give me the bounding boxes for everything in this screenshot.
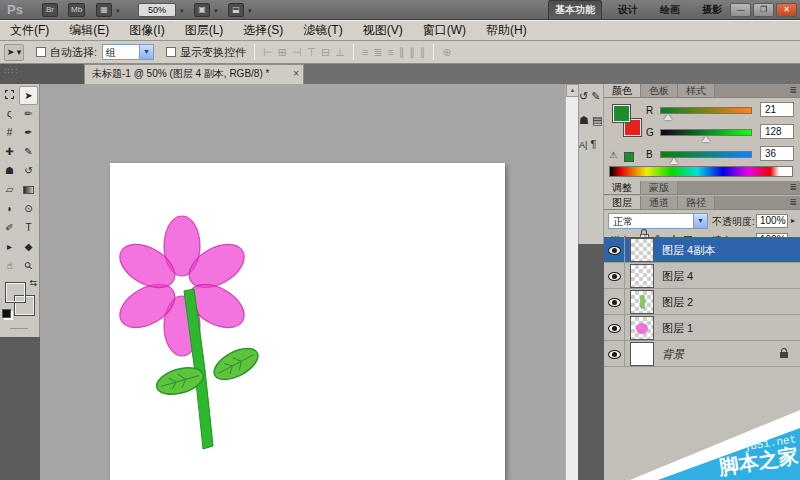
color-panel-tab[interactable]: 颜色	[604, 84, 641, 97]
green-slider[interactable]	[660, 129, 752, 136]
workspace-button[interactable]: 绘画	[654, 1, 686, 19]
menu-item[interactable]: 视图(V)	[353, 21, 413, 40]
color-panel-tab[interactable]: 样式	[678, 84, 715, 97]
auto-select-checkbox[interactable]	[36, 47, 46, 57]
type-tool[interactable]: T	[19, 219, 38, 238]
paragraph-panel-icon[interactable]: ¶	[590, 138, 596, 150]
align-horizontal-centers-icon[interactable]: ⊞	[278, 46, 287, 59]
history-panel-icon[interactable]: ↺	[579, 90, 588, 102]
tab-close-icon[interactable]: ×	[293, 68, 299, 80]
panel-menu-icon[interactable]: ≣	[789, 85, 797, 95]
menu-item[interactable]: 滤镜(T)	[293, 21, 352, 40]
opacity-spinner-icon[interactable]: ▸	[791, 216, 795, 225]
move-tool[interactable]: ➤	[19, 86, 38, 105]
red-slider[interactable]	[660, 107, 752, 114]
gradient-tool[interactable]	[19, 181, 38, 200]
arrange-documents-icon[interactable]: ▣	[194, 3, 210, 17]
layer-row[interactable]: 图层 2	[604, 289, 800, 315]
blue-slider-handle[interactable]	[670, 158, 678, 164]
minimize-button[interactable]: —	[730, 3, 751, 17]
layer-thumbnail[interactable]	[630, 264, 654, 288]
arrange-documents-dropdown-icon[interactable]: ▾	[214, 7, 218, 15]
document-canvas[interactable]	[110, 163, 505, 480]
zoom-level-field[interactable]: 50%	[138, 3, 176, 17]
default-colors-icon[interactable]	[2, 309, 11, 318]
align-bottom-edges-icon[interactable]: ⊥	[335, 46, 345, 59]
color-panel-tab[interactable]: 色板	[641, 84, 678, 97]
blue-value-field[interactable]: 36	[760, 146, 794, 161]
align-right-edges-icon[interactable]: ⊣	[292, 46, 302, 59]
distribute-bottom-edges-icon[interactable]: ≡	[388, 46, 394, 59]
panel-menu-icon[interactable]: ≣	[789, 197, 797, 207]
pen-tool[interactable]: ✐	[0, 219, 19, 238]
screen-mode-dropdown-icon[interactable]: ▾	[248, 7, 252, 15]
layers-panel-tab[interactable]: 图层	[604, 196, 641, 209]
spot-healing-brush-tool[interactable]: ✚	[0, 143, 19, 162]
dropdown-arrow-icon[interactable]: ▼	[693, 214, 707, 228]
shape-tool[interactable]: ◆	[19, 238, 38, 257]
distribute-left-edges-icon[interactable]: ∥	[399, 46, 405, 59]
clone-stamp-tool[interactable]: ☗	[0, 162, 19, 181]
align-vertical-centers-icon[interactable]: ⊟	[321, 46, 330, 59]
align-left-edges-icon[interactable]: ⊢	[263, 46, 273, 59]
menu-item[interactable]: 图层(L)	[175, 21, 234, 40]
visibility-toggle[interactable]	[604, 341, 625, 367]
clone-source-panel-icon[interactable]: ☗	[579, 114, 589, 126]
visibility-toggle[interactable]	[604, 289, 625, 315]
menu-item[interactable]: 帮助(H)	[476, 21, 537, 40]
lasso-tool[interactable]: ς	[0, 105, 19, 124]
view-extras-dropdown-icon[interactable]: ▾	[116, 7, 120, 15]
brush-tool[interactable]: ✎	[19, 143, 38, 162]
screen-mode-icon[interactable]: ⬓	[228, 3, 244, 17]
layer-row[interactable]: 图层 4	[604, 263, 800, 289]
menu-item[interactable]: 编辑(E)	[59, 21, 119, 40]
dropdown-arrow-icon[interactable]: ▼	[139, 45, 153, 59]
workspace-button[interactable]: 基本功能	[548, 0, 602, 20]
brush-presets-panel-icon[interactable]: ✎	[591, 90, 600, 102]
auto-select-dropdown[interactable]: 组 ▼	[102, 44, 154, 60]
opacity-value-field[interactable]: 100%	[756, 214, 788, 228]
distribute-horizontal-centers-icon[interactable]: ∥	[409, 46, 415, 59]
visibility-toggle[interactable]	[604, 237, 625, 263]
visibility-toggle[interactable]	[604, 263, 625, 289]
layer-thumbnail[interactable]	[630, 342, 654, 366]
layer-thumbnail[interactable]	[630, 238, 654, 262]
auto-align-layers-icon[interactable]: ⊕	[442, 46, 451, 59]
menu-item[interactable]: 选择(S)	[233, 21, 293, 40]
show-transform-controls-checkbox[interactable]	[166, 47, 176, 57]
zoom-dropdown-icon[interactable]: ▾	[180, 7, 184, 15]
red-slider-handle[interactable]	[664, 114, 672, 120]
adjustments-panel-tab[interactable]: 蒙版	[641, 181, 678, 194]
mini-bridge-icon[interactable]: Mb	[68, 3, 85, 17]
foreground-color-swatch[interactable]	[612, 104, 631, 123]
color-spectrum-ramp[interactable]	[609, 166, 793, 177]
canvas-vertical-scrollbar[interactable]: ▲	[565, 84, 578, 480]
animation-panel-icon[interactable]: ▤	[592, 114, 602, 126]
rectangular-marquee-tool[interactable]	[0, 86, 19, 105]
layer-thumbnail[interactable]	[630, 316, 654, 340]
history-brush-tool[interactable]: ↺	[19, 162, 38, 181]
align-top-edges-icon[interactable]: ⊤	[306, 46, 316, 59]
panel-menu-icon[interactable]: ≣	[789, 182, 797, 192]
green-value-field[interactable]: 128	[760, 124, 794, 139]
menu-item[interactable]: 窗口(W)	[413, 21, 476, 40]
document-tab[interactable]: 未标题-1 @ 50% (图层 4 副本, RGB/8) * ×	[84, 64, 304, 84]
workspace-button[interactable]: 摄影	[696, 1, 728, 19]
red-value-field[interactable]: 21	[760, 102, 794, 117]
blue-slider[interactable]	[660, 151, 752, 158]
layers-panel-tab[interactable]: 通道	[641, 196, 678, 209]
blend-mode-dropdown[interactable]: 正常 ▼	[608, 213, 708, 229]
visibility-toggle[interactable]	[604, 315, 625, 341]
foreground-color-swatch[interactable]	[5, 282, 26, 303]
restore-button[interactable]: ❐	[753, 3, 774, 17]
close-button[interactable]: ✕	[776, 3, 797, 17]
layer-row[interactable]: 背景	[604, 341, 800, 367]
workspace-button[interactable]: 设计	[612, 1, 644, 19]
quick-selection-tool[interactable]: ✏	[19, 105, 38, 124]
move-tool-preset-icon[interactable]: ➤ ▾	[4, 44, 24, 61]
zoom-tool[interactable]: ⚲	[19, 257, 38, 276]
blur-tool[interactable]: ◗	[0, 200, 19, 219]
character-panel-icon[interactable]: A|	[579, 140, 587, 150]
hand-tool[interactable]: ☝	[0, 257, 19, 276]
eyedropper-tool[interactable]: ✒	[19, 124, 38, 143]
